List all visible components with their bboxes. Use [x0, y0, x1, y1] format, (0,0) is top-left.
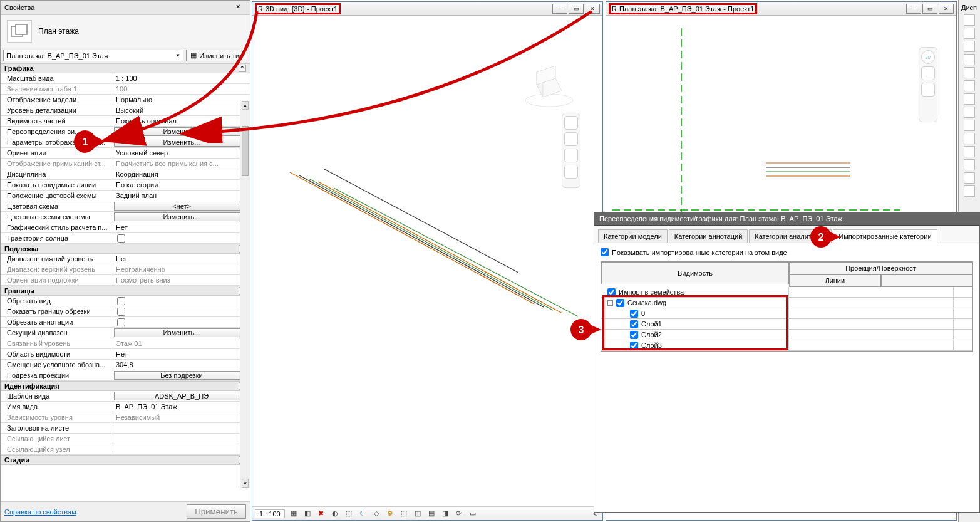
show-imported-checkbox[interactable] [601, 248, 609, 256]
value-offset[interactable]: 304,8 [113, 360, 250, 370]
row-checkbox[interactable] [616, 299, 624, 307]
status-icon[interactable]: ✖ [316, 509, 326, 519]
value-sheet-title[interactable] [113, 423, 250, 433]
close-icon[interactable]: × [236, 3, 246, 13]
row-checkbox[interactable] [630, 320, 638, 328]
tool-icon[interactable] [964, 67, 975, 78]
collapse-icon[interactable]: ⌃ [239, 65, 246, 72]
tool-icon[interactable] [964, 28, 975, 39]
sun-path-checkbox[interactable] [113, 233, 250, 243]
value-model-display[interactable]: Нормально [113, 95, 250, 105]
value-scale[interactable]: 1 : 100 [113, 73, 250, 83]
tool-icon[interactable] [964, 54, 975, 65]
row-import-families[interactable]: Импорт в семейства [619, 288, 684, 296]
status-scale[interactable]: 1 : 100 [255, 509, 285, 518]
tool-icon[interactable] [964, 146, 975, 157]
status-icon[interactable]: ◐ [330, 509, 340, 519]
row-layer-1[interactable]: Слой1 [641, 320, 662, 328]
tool-icon[interactable] [964, 41, 975, 52]
minimize-button[interactable]: — [552, 4, 567, 14]
status-icon[interactable]: ◇ [371, 509, 381, 519]
row-checkbox[interactable] [630, 331, 638, 339]
crop-bound-checkbox[interactable] [113, 306, 250, 316]
value-vis-area[interactable]: Нет [113, 349, 250, 359]
nav-pan-icon[interactable] [564, 132, 578, 146]
value-calc-style[interactable]: Нет [113, 222, 250, 232]
tab-imported-categories[interactable]: Импортированные категории [833, 229, 937, 243]
apply-button[interactable]: Применить [187, 504, 246, 519]
minimize-button[interactable]: — [906, 4, 921, 14]
value-parts-visibility[interactable]: Показать оригинал [113, 116, 250, 126]
tab-annotation-categories[interactable]: Категории аннотаций [669, 229, 748, 243]
tool-icon[interactable] [964, 172, 975, 184]
tool-icon[interactable] [964, 185, 975, 197]
tool-icon[interactable] [964, 93, 975, 105]
nav-pan-icon[interactable] [921, 66, 935, 80]
status-icon[interactable]: ◧ [302, 509, 312, 519]
status-icon[interactable]: ☾ [358, 509, 368, 519]
nav-wheel-icon[interactable] [564, 116, 578, 130]
row-layer-2[interactable]: Слой2 [641, 331, 662, 338]
value-orientation[interactable]: Условный север [113, 148, 250, 158]
edit-type-button[interactable]: ▦ Изменить тип [186, 50, 247, 61]
group-stages[interactable]: Стадии⌃ [1, 455, 250, 465]
tool-icon[interactable] [964, 120, 975, 131]
view-template-button[interactable]: ADSK_АР_В_ПЭ [114, 392, 249, 400]
tool-icon[interactable] [964, 80, 975, 91]
close-button[interactable]: ✕ [585, 4, 600, 14]
tool-icon[interactable] [964, 159, 975, 170]
status-icon[interactable]: ▭ [468, 509, 478, 519]
status-icon[interactable]: ▤ [426, 509, 436, 519]
value-view-name[interactable]: В_АР_ПЭ_01 Этаж [113, 402, 250, 412]
row-checkbox[interactable] [607, 288, 616, 296]
row-checkbox[interactable] [630, 342, 638, 350]
tab-model-categories[interactable]: Категории модели [598, 229, 668, 243]
nav-zoom-icon[interactable] [921, 83, 935, 97]
close-button[interactable]: ✕ [939, 4, 954, 14]
group-identification[interactable]: Идентификация⌃ [1, 381, 250, 391]
tab-analytical-categories[interactable]: Категории аналитичес [749, 229, 832, 243]
scroll-up-icon[interactable]: ▲ [242, 101, 249, 110]
value-show-hidden[interactable]: По категории [113, 180, 250, 190]
status-icon[interactable]: ⚙ [385, 509, 395, 519]
row-layer-0[interactable]: 0 [641, 310, 645, 317]
status-icon[interactable]: ◨ [440, 509, 450, 519]
group-bounds[interactable]: Границы⌃ [1, 286, 250, 296]
nav-bar-2d[interactable]: 2D [919, 47, 937, 122]
crop-view-checkbox[interactable] [113, 296, 250, 306]
sys-color-button[interactable]: Изменить... [114, 212, 249, 221]
value-detail-level[interactable]: Высокий [113, 105, 250, 115]
tool-icon[interactable] [964, 107, 975, 118]
restore-button[interactable]: ▭ [922, 4, 937, 14]
status-icon[interactable]: ◫ [413, 509, 423, 519]
properties-help-link[interactable]: Справка по свойствам [4, 508, 76, 516]
value-color-scheme-pos[interactable]: Задний план [113, 191, 250, 201]
row-layer-3[interactable]: Слой3 [641, 342, 662, 349]
row-checkbox[interactable] [630, 310, 638, 318]
status-icon[interactable]: ⟳ [454, 509, 464, 519]
scroll-thumb[interactable] [242, 126, 249, 176]
properties-scrollbar[interactable]: ▲ ▼ [240, 101, 250, 488]
status-icon[interactable]: ⬚ [344, 509, 354, 519]
color-scheme-button[interactable]: <нет> [114, 202, 249, 211]
restore-button[interactable]: ▭ [569, 4, 584, 14]
status-icon[interactable]: ⬚ [399, 509, 409, 519]
viewcube-icon[interactable] [521, 53, 577, 110]
row-link-dwg[interactable]: Ссылка.dwg [627, 299, 666, 306]
tree-collapse-icon[interactable]: − [607, 300, 613, 306]
tool-icon[interactable] [964, 14, 975, 26]
visibility-override-button[interactable]: Изменить... [114, 127, 249, 136]
value-range-lower[interactable]: Нет [113, 254, 250, 264]
graphic-params-button[interactable]: Изменить... [114, 138, 249, 147]
section-range-button[interactable]: Изменить... [114, 328, 249, 337]
proj-clip-button[interactable]: Без подрезки [114, 371, 249, 380]
status-icon[interactable]: ▦ [289, 509, 299, 519]
tool-icon[interactable] [964, 133, 975, 144]
nav-2d-badge[interactable]: 2D [921, 50, 935, 64]
crop-annot-checkbox[interactable] [113, 317, 250, 327]
view-3d-canvas[interactable] [252, 16, 602, 506]
type-selector-dropdown[interactable]: План этажа: В_АР_ПЭ_01 Этаж ▼ [3, 50, 183, 61]
value-discipline[interactable]: Координация [113, 169, 250, 179]
scroll-down-icon[interactable]: ▼ [242, 479, 249, 488]
group-underlay[interactable]: Подложка⌃ [1, 244, 250, 254]
